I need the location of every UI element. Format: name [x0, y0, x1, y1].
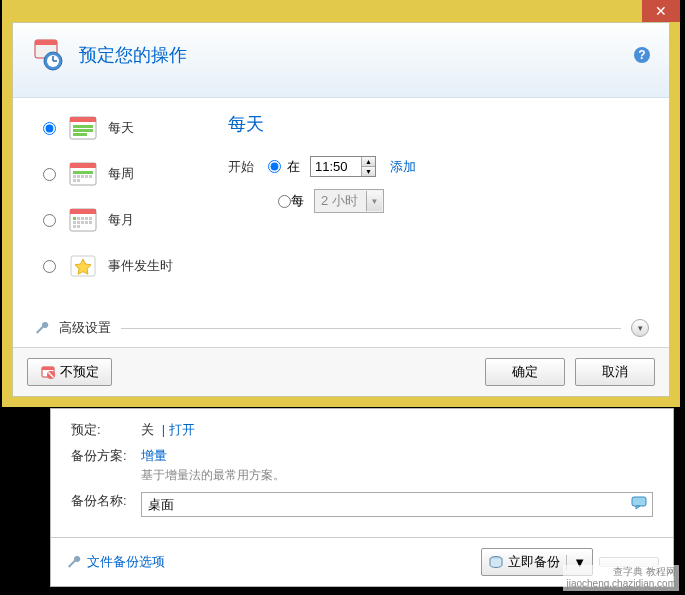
svg-rect-24 [77, 179, 80, 182]
start-every-label: 每 [291, 192, 304, 210]
start-label: 开始 [228, 158, 254, 176]
frequency-weekly-label: 每周 [108, 165, 134, 183]
scheme-label: 备份方案: [71, 447, 141, 465]
time-spinner[interactable]: ▲ ▼ [310, 156, 376, 177]
frequency-daily-row[interactable]: 每天 [43, 112, 228, 144]
advanced-label: 高级设置 [59, 319, 111, 337]
svg-rect-18 [73, 175, 76, 178]
backup-now-label: 立即备份 [508, 553, 560, 571]
start-row: 开始 在 ▲ ▼ 添加 [228, 156, 639, 177]
frequency-event-label: 事件发生时 [108, 257, 173, 275]
svg-rect-28 [77, 217, 80, 220]
calendar-weekly-icon [68, 159, 98, 189]
schedule-open-link[interactable]: 打开 [169, 422, 195, 437]
watermark-line2: jiaocheng.chazidian.com [566, 578, 676, 590]
frequency-monthly-row[interactable]: 每月 [43, 204, 228, 236]
svg-rect-17 [73, 171, 93, 174]
svg-rect-19 [77, 175, 80, 178]
svg-rect-34 [81, 221, 84, 224]
close-button[interactable]: ✕ [642, 0, 680, 22]
start-at-radio[interactable] [268, 160, 281, 173]
svg-rect-26 [70, 209, 96, 214]
interval-select[interactable]: 2 小时 ▼ [314, 189, 384, 213]
frequency-event-radio[interactable] [43, 260, 56, 273]
svg-rect-27 [73, 217, 76, 220]
scheme-row: 备份方案: 增量 基于增量法的最常用方案。 [71, 447, 653, 484]
schedule-label: 预定: [71, 421, 141, 439]
name-input-wrap [141, 492, 653, 517]
no-schedule-label: 不预定 [60, 363, 99, 381]
svg-rect-13 [73, 129, 93, 132]
svg-rect-30 [85, 217, 88, 220]
interval-value: 2 小时 [321, 193, 358, 208]
dialog-body: 每天 每周 每月 [13, 98, 669, 319]
frequency-monthly-radio[interactable] [43, 214, 56, 227]
svg-rect-22 [89, 175, 92, 178]
help-icon[interactable]: ? [633, 46, 651, 64]
svg-rect-20 [81, 175, 84, 178]
svg-rect-32 [73, 221, 76, 224]
svg-rect-23 [73, 179, 76, 182]
svg-rect-31 [89, 217, 92, 220]
name-label: 备份名称: [71, 492, 141, 510]
scheme-value[interactable]: 增量 [141, 447, 653, 465]
svg-rect-29 [81, 217, 84, 220]
schedule-details: 每天 开始 在 ▲ ▼ 添加 [228, 112, 639, 296]
frequency-weekly-radio[interactable] [43, 168, 56, 181]
svg-rect-41 [42, 367, 54, 370]
svg-rect-21 [85, 175, 88, 178]
frequency-event-row[interactable]: 事件发生时 [43, 250, 228, 282]
advanced-row: 高级设置 ▾ [13, 319, 669, 347]
start-every-radio[interactable] [278, 195, 291, 208]
cancel-button[interactable]: 取消 [575, 358, 655, 386]
expand-button[interactable]: ▾ [631, 319, 649, 337]
details-title: 每天 [228, 112, 639, 136]
svg-rect-11 [70, 117, 96, 122]
calendar-daily-icon [68, 113, 98, 143]
svg-rect-33 [77, 221, 80, 224]
star-event-icon [68, 251, 98, 281]
schedule-value: 关 | 打开 [141, 421, 653, 439]
svg-rect-14 [73, 133, 87, 136]
svg-text:?: ? [638, 48, 645, 62]
backup-name-input[interactable] [141, 492, 653, 517]
wrench-icon [65, 554, 81, 570]
spinner-up-icon[interactable]: ▲ [361, 157, 375, 167]
svg-rect-0 [632, 497, 646, 506]
disk-icon [488, 555, 504, 569]
name-row: 备份名称: [71, 492, 653, 517]
svg-rect-36 [89, 221, 92, 224]
wrench-icon [33, 320, 49, 336]
svg-rect-3 [35, 40, 57, 45]
schedule-area: 每天 每周 每月 [43, 112, 639, 296]
ok-button[interactable]: 确定 [485, 358, 565, 386]
watermark: 查字典 教程网 jiaocheng.chazidian.com [563, 565, 679, 591]
comment-icon[interactable] [631, 496, 647, 510]
svg-rect-38 [77, 225, 80, 228]
scheme-hint: 基于增量法的最常用方案。 [141, 467, 653, 484]
svg-rect-12 [73, 125, 93, 128]
frequency-daily-label: 每天 [108, 119, 134, 137]
svg-rect-16 [70, 163, 96, 168]
settings-panel: 预定: 关 | 打开 备份方案: 增量 基于增量法的最常用方案。 备份名称: [50, 408, 674, 587]
dialog-footer: 不预定 确定 取消 [13, 347, 669, 396]
watermark-line1: 查字典 教程网 [566, 566, 676, 578]
dialog-title: 预定您的操作 [79, 43, 187, 67]
file-backup-options-link[interactable]: 文件备份选项 [87, 553, 165, 571]
settings-content: 预定: 关 | 打开 备份方案: 增量 基于增量法的最常用方案。 备份名称: [51, 409, 673, 537]
frequency-daily-radio[interactable] [43, 122, 56, 135]
frequency-monthly-label: 每月 [108, 211, 134, 229]
schedule-off-text: 关 [141, 422, 154, 437]
chevron-down-icon: ▾ [638, 323, 643, 333]
no-schedule-button[interactable]: 不预定 [27, 358, 112, 386]
spinner-down-icon[interactable]: ▼ [361, 167, 375, 176]
add-time-link[interactable]: 添加 [390, 158, 416, 176]
no-schedule-icon [40, 364, 56, 380]
divider [121, 328, 621, 329]
start-at-label: 在 [287, 158, 300, 176]
frequency-weekly-row[interactable]: 每周 [43, 158, 228, 190]
chevron-down-icon: ▼ [366, 191, 382, 211]
separator: | [162, 422, 165, 437]
every-row: 每 2 小时 ▼ [228, 189, 639, 213]
schedule-dialog: ✕ 预定您的操作 ? [2, 0, 680, 407]
